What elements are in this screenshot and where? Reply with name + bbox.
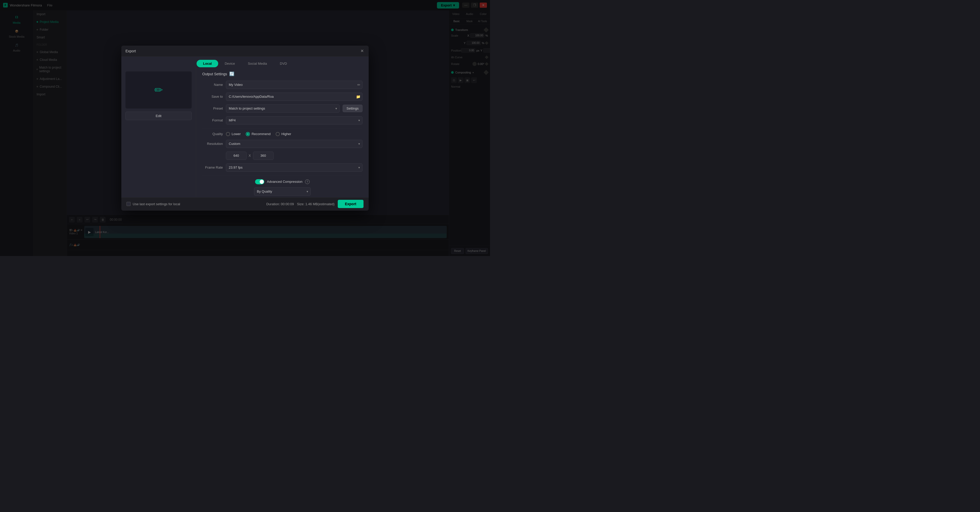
save-to-input[interactable] xyxy=(226,93,363,101)
name-input-wrapper: ✏ xyxy=(226,81,363,89)
dialog-preview: ✏ Edit xyxy=(121,67,196,198)
name-row: Name ✏ xyxy=(202,81,363,89)
quality-higher-label: Higher xyxy=(281,132,291,136)
tab-device[interactable]: Device xyxy=(218,60,242,67)
preset-select-wrapper: Match to project settings Custom High Qu… xyxy=(226,104,340,113)
dialog-close-button[interactable]: ✕ xyxy=(359,48,365,54)
preview-icon: ✏ xyxy=(154,84,163,96)
resolution-row: Resolution Custom 1920x1080 1280x720 854… xyxy=(202,140,363,148)
dialog-body: ✏ Edit Output Settings 🔄 Name ✏ Save to xyxy=(121,67,369,198)
dialog-tabs: Local Device Social Media DVD xyxy=(121,57,369,67)
preview-thumbnail: ✏ xyxy=(126,72,192,109)
save-to-label: Save to xyxy=(202,95,223,99)
quality-lower-label: Lower xyxy=(232,132,240,136)
resolution-select-wrapper: Custom 1920x1080 1280x720 854x480 xyxy=(226,140,363,148)
tab-dvd[interactable]: DVD xyxy=(273,60,293,67)
output-settings-label: Output Settings xyxy=(202,72,227,76)
dialog-header: Export ✕ xyxy=(121,46,369,57)
resolution-separator: X xyxy=(248,154,251,158)
quality-lower-radio[interactable] xyxy=(226,132,230,136)
dialog-title: Export xyxy=(126,49,136,53)
quality-options: Lower Recommend Higher xyxy=(226,132,291,136)
by-quality-select[interactable]: By Quality By Bitrate By Size xyxy=(254,187,311,196)
resolution-width-input[interactable] xyxy=(226,152,247,160)
quality-row: Quality Lower Recommend Higher xyxy=(202,132,363,136)
format-select-wrapper: MP4 MOV AVI MKV xyxy=(226,116,363,124)
format-select[interactable]: MP4 MOV AVI MKV xyxy=(226,116,363,124)
advanced-compression-toggle[interactable] xyxy=(255,179,264,184)
by-quality-row: By Quality By Bitrate By Size xyxy=(202,187,363,196)
dialog-settings: Output Settings 🔄 Name ✏ Save to 📁 xyxy=(196,67,369,198)
resolution-inputs: X xyxy=(226,152,363,160)
quality-higher[interactable]: Higher xyxy=(276,132,291,136)
help-icon[interactable]: ? xyxy=(305,179,310,184)
format-label: Format xyxy=(202,118,223,122)
edit-thumbnail-button[interactable]: Edit xyxy=(126,112,192,120)
quality-label: Quality xyxy=(202,132,223,136)
name-edit-icon[interactable]: ✏ xyxy=(357,83,360,87)
export-button[interactable]: Export xyxy=(338,200,364,208)
last-export-checkbox[interactable] xyxy=(126,202,130,206)
advanced-compression-row: Advanced Compression ? xyxy=(202,179,363,184)
last-export-label: Use last export settings for local xyxy=(133,202,180,206)
name-input[interactable] xyxy=(226,81,363,89)
quality-higher-radio[interactable] xyxy=(276,132,280,136)
settings-button[interactable]: Settings xyxy=(343,105,363,112)
last-export-checkbox-wrapper: Use last export settings for local xyxy=(126,202,180,206)
size-info: Size: 1.46 MB(estimated) xyxy=(297,202,335,206)
dialog-footer: Use last export settings for local Durat… xyxy=(121,197,369,211)
advanced-compression-label: Advanced Compression xyxy=(267,180,302,183)
preset-row: Preset Match to project settings Custom … xyxy=(202,104,363,113)
format-row: Format MP4 MOV AVI MKV xyxy=(202,116,363,124)
resolution-label: Resolution xyxy=(202,142,223,146)
quality-recommend-label: Recommend xyxy=(251,132,270,136)
tab-local[interactable]: Local xyxy=(197,60,218,67)
duration-info: Duration: 00:00:09 xyxy=(266,202,294,206)
resolution-height-input[interactable] xyxy=(253,152,274,160)
output-header: Output Settings 🔄 xyxy=(202,72,363,77)
frame-rate-select[interactable]: 23.97 fps 24 fps 25 fps 29.97 fps 30 fps xyxy=(226,163,363,172)
export-dialog: Export ✕ Local Device Social Media DVD ✏… xyxy=(121,46,369,211)
quality-recommend[interactable]: Recommend xyxy=(246,132,270,136)
frame-rate-select-wrapper: 23.97 fps 24 fps 25 fps 29.97 fps 30 fps xyxy=(226,163,363,172)
save-to-input-wrapper: 📁 xyxy=(226,93,363,101)
frame-rate-row: Frame Rate 23.97 fps 24 fps 25 fps 29.97… xyxy=(202,163,363,172)
preset-select[interactable]: Match to project settings Custom High Qu… xyxy=(226,104,340,113)
tab-social-media[interactable]: Social Media xyxy=(242,60,273,67)
name-label: Name xyxy=(202,83,223,87)
toggle-knob xyxy=(260,180,264,184)
save-to-row: Save to 📁 xyxy=(202,93,363,101)
by-quality-select-wrapper: By Quality By Bitrate By Size xyxy=(254,187,311,196)
frame-rate-label: Frame Rate xyxy=(202,166,223,169)
resolution-select[interactable]: Custom 1920x1080 1280x720 854x480 xyxy=(226,140,363,148)
quality-lower[interactable]: Lower xyxy=(226,132,240,136)
folder-icon[interactable]: 📁 xyxy=(356,95,360,99)
preset-label: Preset xyxy=(202,107,223,110)
quality-recommend-radio[interactable] xyxy=(246,132,250,136)
output-settings-icon: 🔄 xyxy=(229,72,234,77)
